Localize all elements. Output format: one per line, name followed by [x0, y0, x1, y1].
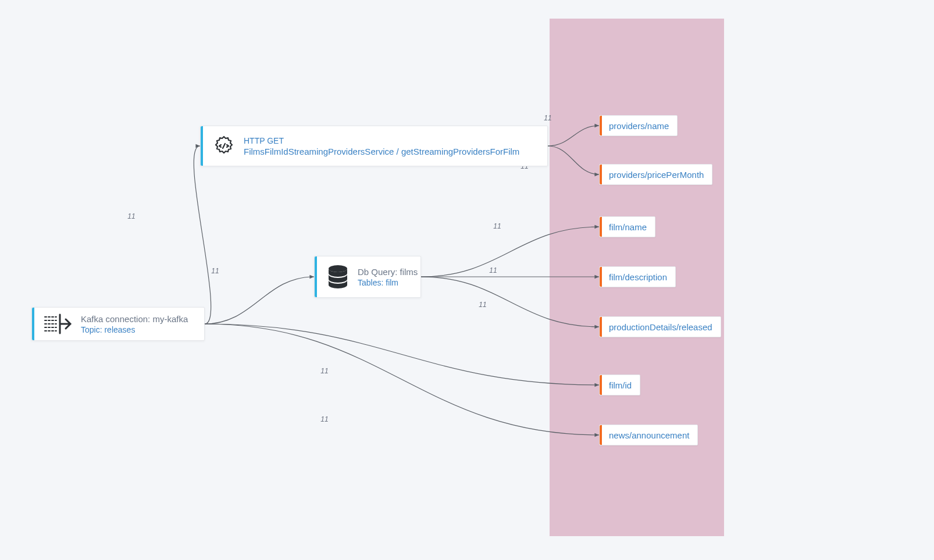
- edge-label: 11: [493, 222, 501, 230]
- output-label: film/description: [609, 272, 667, 282]
- node-accent-bar: [600, 165, 602, 184]
- edge-label: 11: [211, 267, 219, 275]
- kafka-node-title: Kafka connection: my-kafka: [81, 314, 188, 324]
- edge: [194, 146, 211, 324]
- node-text: Db Query: films Tables: film: [358, 267, 418, 287]
- node-accent-bar: [32, 308, 34, 340]
- output-label: film/name: [609, 222, 647, 232]
- node-accent-bar: [600, 375, 602, 395]
- db-query-node[interactable]: Db Query: films Tables: film: [314, 256, 421, 298]
- output-film-name[interactable]: film/name: [599, 216, 655, 237]
- output-news-announcement[interactable]: news/announcement: [599, 425, 698, 445]
- edge: [205, 324, 599, 435]
- output-label: film/id: [609, 380, 632, 390]
- output-film-description[interactable]: film/description: [599, 266, 676, 287]
- edge-label: 11: [320, 367, 328, 375]
- node-accent-bar: [315, 256, 317, 297]
- node-accent-bar: [201, 126, 203, 166]
- edge-label: 11: [320, 415, 328, 423]
- node-text: HTTP GET FilmsFilmIdStreamingProvidersSe…: [244, 136, 519, 156]
- http-service-node[interactable]: HTTP GET FilmsFilmIdStreamingProvidersSe…: [200, 126, 548, 166]
- kafka-node-subtitle: Topic: releases: [81, 325, 188, 334]
- http-node-title: FilmsFilmIdStreamingProvidersService / g…: [244, 147, 519, 156]
- db-node-subtitle: Tables: film: [358, 278, 418, 287]
- edge-label: 11: [489, 266, 497, 274]
- gear-code-icon: [212, 134, 236, 158]
- output-providers-price-per-month[interactable]: providers/pricePerMonth: [599, 164, 712, 185]
- output-label: providers/name: [609, 121, 669, 131]
- output-label: providers/pricePerMonth: [609, 170, 704, 180]
- pipeline-icon: [44, 313, 73, 334]
- edge-label: 11: [127, 212, 135, 220]
- node-accent-bar: [600, 425, 602, 445]
- output-providers-name[interactable]: providers/name: [599, 115, 678, 136]
- output-label: news/announcement: [609, 430, 689, 440]
- svg-point-6: [329, 265, 347, 272]
- database-icon: [326, 264, 350, 290]
- node-accent-bar: [600, 116, 602, 135]
- edges-layer: 111111111111111111: [0, 0, 934, 560]
- output-production-released[interactable]: productionDetails/released: [599, 316, 721, 337]
- output-label: productionDetails/released: [609, 322, 712, 332]
- edge: [205, 277, 314, 324]
- node-accent-bar: [600, 217, 602, 237]
- edge-label: 11: [479, 301, 486, 309]
- output-film-id[interactable]: film/id: [599, 374, 640, 395]
- kafka-connection-node[interactable]: Kafka connection: my-kafka Topic: releas…: [31, 307, 205, 341]
- edge: [205, 324, 599, 385]
- diagram-stage: 111111111111111111 Kafk: [0, 0, 934, 560]
- node-accent-bar: [600, 317, 602, 337]
- node-text: Kafka connection: my-kafka Topic: releas…: [81, 314, 188, 334]
- db-node-title: Db Query: films: [358, 267, 418, 277]
- http-node-pretitle: HTTP GET: [244, 136, 519, 145]
- node-accent-bar: [600, 267, 602, 287]
